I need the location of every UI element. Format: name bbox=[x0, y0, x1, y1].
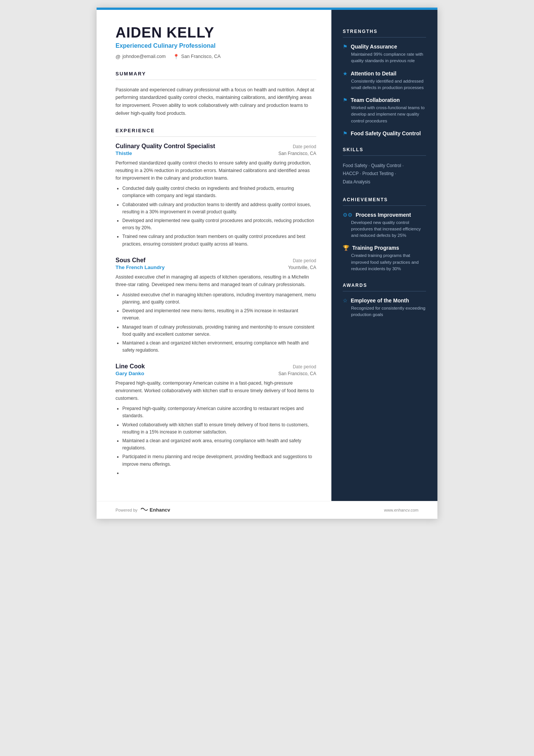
achievement-item-2: 🏆 Training Programs Created training pro… bbox=[343, 245, 426, 272]
exp-title-2: Sous Chef bbox=[116, 257, 145, 264]
strength-header-2: Attention to Detail bbox=[343, 70, 426, 77]
strength-name-4: Food Safety Quality Control bbox=[351, 130, 421, 136]
strength-header-4: Food Safety Quality Control bbox=[343, 130, 426, 136]
trophy-icon: 🏆 bbox=[343, 245, 349, 251]
strength-item-1: Quality Assurance Maintained 99% complia… bbox=[343, 44, 426, 64]
list-item bbox=[122, 470, 316, 477]
list-item: Conducted daily quality control checks o… bbox=[122, 185, 316, 199]
powered-by-text: Powered by bbox=[116, 508, 137, 512]
strength-header-3: Team Collaboration bbox=[343, 97, 426, 103]
achievement-header-1: ⚙ Process Improvement bbox=[343, 212, 426, 218]
location-icon: 📍 bbox=[173, 54, 179, 59]
resume-body: AIDEN KELLY Experienced Culinary Profess… bbox=[97, 10, 437, 501]
experience-section-title: EXPERIENCE bbox=[116, 128, 316, 133]
email-icon: @ bbox=[116, 54, 120, 59]
list-item: Maintained a clean and organized work ar… bbox=[122, 437, 316, 452]
experience-item-3: Line Cook Date period Gary Danko San Fra… bbox=[116, 363, 316, 477]
list-item: Worked collaboratively with kitchen staf… bbox=[122, 421, 316, 436]
list-item: Developed and implemented new quality co… bbox=[122, 217, 316, 232]
star-icon-1 bbox=[343, 70, 348, 77]
list-item: Participated in menu planning and recipe… bbox=[122, 453, 316, 468]
strengths-divider bbox=[343, 37, 426, 38]
exp-date-3: Date period bbox=[293, 364, 316, 369]
exp-company-2: The French Laundry bbox=[116, 265, 165, 270]
achievement-header-2: 🏆 Training Programs bbox=[343, 245, 426, 251]
strength-desc-2: Consistently identified and addressed sm… bbox=[343, 78, 426, 91]
exp-location-1: San Francisco, CA bbox=[278, 151, 316, 156]
award-star-icon bbox=[343, 297, 348, 304]
award-name-1: Employee of the Month bbox=[351, 297, 409, 304]
strength-name-3: Team Collaboration bbox=[351, 97, 400, 103]
exp-bullets-2: Assisted executive chef in managing kitc… bbox=[116, 291, 316, 354]
summary-section-title: SUMMARY bbox=[116, 71, 316, 77]
exp-company-3: Gary Danko bbox=[116, 371, 144, 376]
flag-icon-3 bbox=[343, 130, 348, 136]
strength-item-3: Team Collaboration Worked with cross-fun… bbox=[343, 97, 426, 124]
location-text: San Francisco, CA bbox=[181, 54, 220, 59]
strength-desc-3: Worked with cross-functional teams to de… bbox=[343, 105, 426, 124]
candidate-title: Experienced Culinary Professional bbox=[116, 42, 316, 49]
skills-line-2: HACCP · Product Testing · bbox=[343, 171, 396, 176]
right-column: STRENGTHS Quality Assurance Maintained 9… bbox=[331, 10, 437, 501]
resume-container: AIDEN KELLY Experienced Culinary Profess… bbox=[97, 8, 437, 519]
achievement-item-1: ⚙ Process Improvement Developed new qual… bbox=[343, 212, 426, 239]
exp-title-1: Culinary Quality Control Specialist bbox=[116, 143, 215, 150]
award-item-1: Employee of the Month Recognized for con… bbox=[343, 297, 426, 318]
achievement-name-2: Training Programs bbox=[352, 245, 399, 251]
exp-bullets-3: Prepared high-quality, contemporary Amer… bbox=[116, 405, 316, 477]
list-item: Prepared high-quality, contemporary Amer… bbox=[122, 405, 316, 419]
summary-divider bbox=[116, 80, 316, 80]
footer-powered: Powered by Enhancv bbox=[116, 507, 170, 513]
list-item: Managed team of culinary professionals, … bbox=[122, 324, 316, 338]
exp-company-row-1: Thistle San Francisco, CA bbox=[116, 150, 316, 156]
award-header-1: Employee of the Month bbox=[343, 297, 426, 304]
left-column: AIDEN KELLY Experienced Culinary Profess… bbox=[97, 10, 331, 501]
achievements-section-title: ACHIEVEMENTS bbox=[343, 197, 426, 202]
strength-item-4: Food Safety Quality Control bbox=[343, 130, 426, 136]
awards-divider bbox=[343, 291, 426, 291]
exp-company-1: Thistle bbox=[116, 150, 132, 156]
exp-title-3: Line Cook bbox=[116, 363, 145, 370]
flag-icon-1 bbox=[343, 44, 348, 50]
exp-company-row-2: The French Laundry Yountville, CA bbox=[116, 265, 316, 270]
flag-icon-2 bbox=[343, 97, 348, 103]
awards-section-title: AWARDS bbox=[343, 283, 426, 288]
strength-desc-1: Maintained 99% compliance rate with qual… bbox=[343, 51, 426, 64]
skills-line-1: Food Safety · Quality Control · bbox=[343, 163, 404, 168]
strengths-section-title: STRENGTHS bbox=[343, 29, 426, 34]
experience-item-1: Culinary Quality Control Specialist Date… bbox=[116, 143, 316, 248]
footer-url: www.enhancv.com bbox=[384, 508, 418, 512]
achievements-divider bbox=[343, 205, 426, 206]
footer-logo: Enhancv bbox=[141, 507, 170, 513]
exp-location-2: Yountville, CA bbox=[288, 265, 316, 270]
list-item: Collaborated with culinary and productio… bbox=[122, 201, 316, 216]
experience-divider bbox=[116, 136, 316, 137]
exp-header-2: Sous Chef Date period bbox=[116, 257, 316, 264]
exp-desc-1: Performed standardized quality control c… bbox=[116, 159, 316, 182]
exp-date-1: Date period bbox=[293, 144, 316, 149]
list-item: Trained new culinary and production team… bbox=[122, 233, 316, 247]
list-item: Maintained a clean and organized kitchen… bbox=[122, 340, 316, 354]
strength-header-1: Quality Assurance bbox=[343, 44, 426, 50]
list-item: Assisted executive chef in managing kitc… bbox=[122, 291, 316, 306]
brand-name: Enhancv bbox=[150, 507, 170, 513]
achievement-name-1: Process Improvement bbox=[356, 212, 411, 218]
skills-section-title: SKILLS bbox=[343, 147, 426, 152]
location-contact: 📍 San Francisco, CA bbox=[173, 54, 220, 59]
enhancv-logo-icon bbox=[141, 507, 148, 513]
exp-header-3: Line Cook Date period bbox=[116, 363, 316, 370]
strength-item-2: Attention to Detail Consistently identif… bbox=[343, 70, 426, 91]
experience-item-2: Sous Chef Date period The French Laundry… bbox=[116, 257, 316, 354]
exp-desc-3: Prepared high-quality, contemporary Amer… bbox=[116, 379, 316, 402]
skills-text: Food Safety · Quality Control · HACCP · … bbox=[343, 162, 426, 186]
summary-text: Passionate and experienced culinary prof… bbox=[116, 86, 316, 117]
gear-icon: ⚙ bbox=[343, 212, 353, 218]
exp-date-2: Date period bbox=[293, 258, 316, 263]
achievement-desc-1: Developed new quality control procedures… bbox=[343, 219, 426, 239]
email-contact: @ johndoe@email.com bbox=[116, 54, 166, 59]
header-section: AIDEN KELLY Experienced Culinary Profess… bbox=[116, 25, 316, 59]
exp-bullets-1: Conducted daily quality control checks o… bbox=[116, 185, 316, 248]
exp-header-1: Culinary Quality Control Specialist Date… bbox=[116, 143, 316, 150]
skills-divider bbox=[343, 155, 426, 156]
achievement-desc-2: Created training programs that improved … bbox=[343, 252, 426, 272]
